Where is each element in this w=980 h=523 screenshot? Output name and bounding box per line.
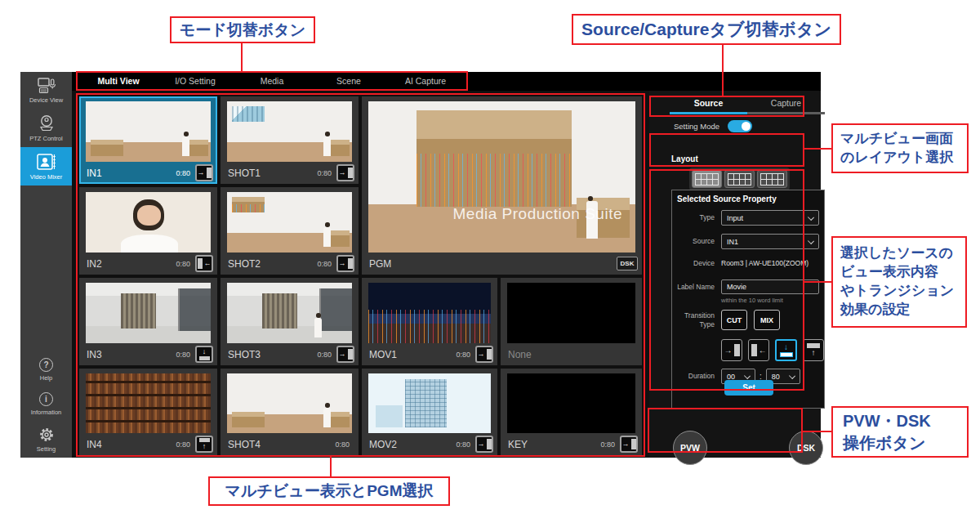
label-name-input[interactable]: Movie xyxy=(721,279,819,294)
tile-label: IN3 xyxy=(87,349,102,360)
layout-grid-icon xyxy=(760,173,784,186)
tab-ai-capture[interactable]: AI Capture xyxy=(387,72,464,89)
sidebar-spacer xyxy=(20,186,72,352)
source-select[interactable]: IN1 xyxy=(721,234,819,249)
tile-label: IN2 xyxy=(87,258,102,270)
ptz-camera-icon xyxy=(37,114,56,132)
callout-pvw-dsk: PVW・DSK 操作ボタン xyxy=(831,406,969,458)
wipe-right-icon: → xyxy=(475,436,493,453)
tile-shot3[interactable]: SHOT30:80→ xyxy=(220,278,359,365)
wipe-down-button[interactable]: ↓ xyxy=(775,339,796,361)
source-label: Source xyxy=(672,237,715,246)
tile-pgm[interactable]: Media Production Suite PGMDSK xyxy=(362,96,642,275)
help-icon: ? xyxy=(39,358,53,372)
layout-option-2-button[interactable] xyxy=(724,170,755,188)
wipe-right-icon: → xyxy=(195,164,213,181)
sidebar-item-setting[interactable]: Setting xyxy=(20,421,72,458)
tile-shot2[interactable]: SHOT20:80→ xyxy=(220,187,359,275)
dsk-button[interactable]: DSK xyxy=(789,431,823,465)
sidebar-item-video-mixer[interactable]: Video Mixer xyxy=(20,147,72,186)
video-mixer-icon xyxy=(36,153,57,171)
wipe-right-icon: → xyxy=(336,346,354,363)
callout-mode-switch: モード切替ボタン xyxy=(170,16,315,43)
layout-option-3-button[interactable] xyxy=(757,170,787,188)
selected-source-property-panel: Selected Source Property Type Input Sour… xyxy=(671,190,825,409)
watermark-text: Media Production Suite xyxy=(453,205,622,223)
layout-label: Layout xyxy=(671,154,823,163)
sidebar-item-label: Device View xyxy=(29,96,63,104)
sidebar-item-label: Setting xyxy=(37,445,56,453)
tab-capture[interactable]: Capture xyxy=(747,95,825,114)
tile-shot4[interactable]: SHOT40:80 xyxy=(220,369,359,455)
right-panel: Source Capture Setting Mode Layout Selec… xyxy=(649,91,821,458)
tile-label: None xyxy=(508,349,532,360)
sidebar-item-label: Information xyxy=(31,409,62,416)
mix-button[interactable]: MIX xyxy=(754,310,780,330)
wipe-left-button[interactable]: ← xyxy=(748,339,769,361)
gear-icon xyxy=(38,427,55,443)
tile-label: KEY xyxy=(508,439,528,450)
label-name-label: Label Name xyxy=(672,283,715,292)
callout-layout-select: マルチビュー画面 のレイアウト選択 xyxy=(831,123,969,173)
tab-multi-view[interactable]: Multi View xyxy=(80,72,157,89)
chevron-down-icon xyxy=(744,373,751,379)
tile-in1[interactable]: IN10:80→ xyxy=(79,96,217,184)
setting-mode-toggle[interactable] xyxy=(728,120,752,132)
sidebar-item-device-view[interactable]: Device View xyxy=(20,72,72,109)
tile-label: IN4 xyxy=(87,439,102,450)
tab-media[interactable]: Media xyxy=(234,72,310,89)
sidebar-item-ptz-control[interactable]: PTZ Control xyxy=(20,109,72,147)
duration-frames-value: 80 xyxy=(772,373,780,381)
tile-none-thumbnail xyxy=(507,283,635,343)
tile-in2-thumbnail xyxy=(86,192,211,253)
wipe-up-button[interactable]: ↑ xyxy=(803,339,824,361)
device-row: Device Room3 | AW-UE100(ZOOM) xyxy=(672,259,824,268)
type-select[interactable]: Input xyxy=(721,210,819,226)
tile-label: IN1 xyxy=(87,168,102,179)
wipe-up-icon: ↑ xyxy=(195,436,213,453)
set-button[interactable]: Set xyxy=(724,380,773,396)
sidebar-item-information[interactable]: i Information xyxy=(20,387,72,421)
app-window: Device View PTZ Control Video Mixer ? He… xyxy=(20,72,821,458)
transition-type-row: TransitionType CUT MIX xyxy=(672,310,824,330)
source-value: IN1 xyxy=(727,238,738,246)
tile-label: SHOT3 xyxy=(228,349,261,360)
tile-shot1[interactable]: SHOT10:80→ xyxy=(220,96,359,184)
tab-capture-label: Capture xyxy=(771,98,801,108)
tile-label: PGM xyxy=(369,258,391,270)
tab-source[interactable]: Source xyxy=(670,95,747,114)
tile-shot2-thumbnail xyxy=(227,192,352,253)
tile-in3[interactable]: IN30:80↓ xyxy=(79,278,217,365)
wipe-direction-row: → ← ↓ ↑ xyxy=(672,339,824,361)
connector-line xyxy=(241,42,243,71)
device-view-icon xyxy=(37,78,56,94)
callout-source-capture: Source/Captureタブ切替ボタン xyxy=(572,14,841,45)
tile-key[interactable]: KEY0:80→ xyxy=(501,369,642,455)
cut-button[interactable]: CUT xyxy=(721,310,747,330)
tile-mov1[interactable]: MOV10:80→ xyxy=(362,278,497,365)
tab-scene[interactable]: Scene xyxy=(310,72,387,89)
label-name-row: Label Name Movie xyxy=(672,279,824,294)
dsk-badge-button[interactable]: DSK xyxy=(617,257,638,270)
tile-duration: 0:80 xyxy=(317,169,332,177)
callout-multiview-pgm: マルチビュー表示とPGM選択 xyxy=(208,476,450,506)
sidebar-item-help[interactable]: ? Help xyxy=(20,352,72,387)
header-bar: Multi View I/O Setting Media Scene AI Ca… xyxy=(72,72,821,91)
transition-type-label: TransitionType xyxy=(672,311,715,329)
tab-io-setting[interactable]: I/O Setting xyxy=(157,72,234,89)
tile-shot3-thumbnail xyxy=(227,283,352,343)
source-row: Source IN1 xyxy=(672,234,824,249)
chevron-down-icon xyxy=(808,238,814,244)
layout-grid-icon xyxy=(728,173,751,186)
tab-source-label: Source xyxy=(694,98,724,108)
wipe-right-icon: → xyxy=(620,436,638,453)
tile-duration: 0:80 xyxy=(335,440,350,449)
setting-mode-row: Setting Mode xyxy=(674,120,752,132)
pvw-button[interactable]: PVW xyxy=(673,431,707,465)
layout-option-1-button[interactable] xyxy=(692,170,722,188)
wipe-right-button[interactable]: → xyxy=(721,339,742,361)
tile-in2[interactable]: IN20:80← xyxy=(79,187,217,275)
tile-in4[interactable]: IN40:80↑ xyxy=(79,369,217,455)
tile-none[interactable]: None xyxy=(501,278,642,365)
tile-mov2[interactable]: MOV20:80→ xyxy=(362,369,497,455)
